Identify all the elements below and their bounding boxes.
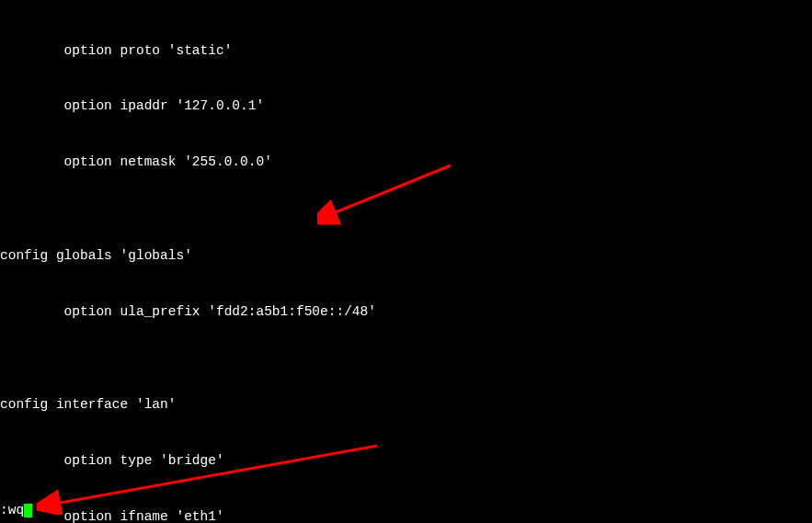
config-line: option proto 'static' (0, 41, 812, 60)
command-text: :wq (0, 503, 24, 517)
config-line: option ifname 'eth1' (0, 507, 812, 523)
terminal-output: option proto 'static' option ipaddr '127… (0, 4, 812, 523)
config-line: config interface 'lan' (0, 395, 812, 414)
config-line: option netmask '255.0.0.0' (0, 153, 812, 171)
cursor (24, 504, 32, 517)
config-line: option type 'bridge' (0, 451, 812, 470)
vi-command-line[interactable]: :wq (0, 501, 32, 519)
config-line: config globals 'globals' (0, 246, 812, 265)
config-line: option ipaddr '127.0.0.1' (0, 97, 812, 115)
config-line: option ula_prefix 'fdd2:a5b1:f50e::/48' (0, 302, 812, 321)
